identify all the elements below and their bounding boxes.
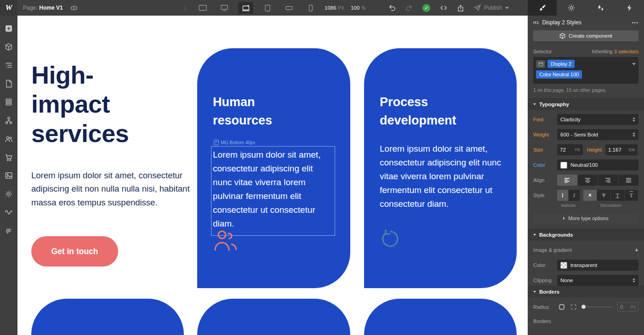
card-title[interactable]: Process development: [380, 93, 472, 129]
canvas-width-field[interactable]: 1086 PX: [325, 5, 344, 11]
tab-interactions-lightning-icon[interactable]: [615, 0, 644, 16]
tab-settings-gear-icon[interactable]: [557, 0, 586, 16]
decoration-underline-button[interactable]: T: [611, 190, 624, 201]
selector-tag-primary[interactable]: Display 2: [547, 60, 575, 68]
decoration-none-button[interactable]: ×: [583, 190, 597, 201]
site-structure-icon[interactable]: [0, 111, 17, 130]
share-icon[interactable]: [457, 5, 464, 11]
margin-indicator-label: P MG Bottom 40px: [214, 140, 335, 145]
kebab-vertical-icon[interactable]: ⋮: [182, 0, 188, 16]
breakpoint-mobile-icon[interactable]: [303, 2, 318, 14]
weight-select[interactable]: 600 - Semi Bold: [557, 129, 638, 140]
hero-paragraph[interactable]: Lorem ipsum dolor sit amet, consectetur …: [31, 169, 192, 210]
teaser-card[interactable]: [31, 299, 184, 335]
webflow-logo[interactable]: W: [0, 0, 17, 16]
hero-heading[interactable]: High-impact services: [31, 61, 169, 148]
selector-tag-secondary[interactable]: Color Neutral 100: [536, 70, 582, 79]
tab-style-brush-icon[interactable]: [528, 0, 557, 16]
overflow-menu-icon[interactable]: •••: [632, 20, 638, 25]
tab-style-manager-drops-icon[interactable]: [586, 0, 615, 16]
more-type-options-button[interactable]: More type options: [533, 213, 638, 223]
italic-off-button[interactable]: I: [557, 190, 568, 201]
selector-label: Selector: [533, 49, 552, 54]
font-label: Font: [533, 117, 557, 122]
align-center-icon[interactable]: [578, 175, 598, 186]
italic-on-button[interactable]: I: [569, 190, 580, 201]
navigator-layers-icon[interactable]: [0, 56, 17, 74]
selector-field[interactable]: Display 2 Color Neutral 100: [533, 57, 638, 84]
redo-icon[interactable]: [405, 5, 413, 11]
breakpoint-desktop-default-icon[interactable]: [238, 2, 253, 14]
project-settings-gear-icon[interactable]: [0, 185, 17, 203]
fonts-panel-icon[interactable]: {F: [0, 221, 17, 240]
section-backgrounds[interactable]: Backgrounds: [528, 229, 644, 240]
cms-collections-icon[interactable]: [0, 93, 17, 111]
italicize-sublabel: Italicize: [557, 203, 580, 208]
size-label: Size: [533, 147, 557, 153]
create-component-button[interactable]: Create component: [533, 30, 638, 41]
radius-slider-knob[interactable]: [581, 305, 586, 309]
people-icon: [214, 229, 238, 251]
saved-status-icon[interactable]: ✓: [422, 4, 430, 12]
breakpoint-mobile-landscape-icon[interactable]: [281, 2, 296, 14]
assets-image-icon[interactable]: [0, 166, 17, 185]
decoration-strikethrough-button[interactable]: T: [597, 190, 610, 201]
inheriting-info[interactable]: Inheriting 3 selectors: [592, 49, 638, 54]
teaser-card[interactable]: [197, 299, 350, 335]
radius-all-corners-icon[interactable]: [557, 302, 566, 312]
element-type-icon: [536, 60, 545, 68]
add-background-icon[interactable]: +: [635, 247, 638, 253]
size-input[interactable]: 72 PX: [557, 144, 583, 155]
left-toolbar: {F: [0, 16, 17, 335]
radius-slider[interactable]: [582, 307, 613, 307]
card-body[interactable]: Lorem ipsum dolor sit amet, consectetur …: [213, 148, 333, 231]
top-toolbar: W Page: Home V1 ⋮: [0, 0, 644, 16]
decoration-group: × T T T: [583, 190, 638, 201]
selected-text-block[interactable]: Lorem ipsum dolor sit amet, consectetur …: [211, 146, 335, 236]
breakpoint-xl-icon[interactable]: [195, 2, 210, 14]
style-label: Style: [533, 193, 557, 198]
ecommerce-cart-icon[interactable]: [0, 148, 17, 166]
page-label: Page:: [23, 5, 37, 11]
clipping-select[interactable]: None: [557, 275, 638, 286]
components-cube-icon[interactable]: [0, 38, 17, 56]
publish-button[interactable]: Publish: [474, 5, 509, 11]
background-color-picker[interactable]: transparent: [557, 260, 638, 271]
breakpoint-large-icon[interactable]: [217, 2, 232, 14]
card-title[interactable]: Human resources: [213, 93, 305, 129]
page-name[interactable]: Home V1: [39, 5, 63, 11]
zoom-field[interactable]: 100 %: [351, 5, 365, 11]
section-typography[interactable]: Typography: [528, 98, 644, 110]
breakpoint-tablet-icon[interactable]: [260, 2, 275, 14]
selector-usage-note: 1 on this page, 15 on other pages.: [533, 87, 638, 93]
align-right-icon[interactable]: [598, 175, 618, 186]
page-switcher[interactable]: Page: Home V1: [23, 5, 63, 11]
line-height-input[interactable]: 1.167 EM: [605, 144, 638, 155]
card-body[interactable]: Lorem ipsum dolor sit amet, consectetur …: [380, 142, 503, 211]
members-users-icon[interactable]: [0, 130, 17, 148]
image-gradient-label: Image & gradient: [533, 247, 635, 253]
preview-eye-icon[interactable]: [70, 6, 78, 11]
teaser-card[interactable]: [364, 299, 517, 335]
publish-caret-icon: [505, 7, 509, 9]
styles-panel-title: Display 2 Styles: [542, 19, 581, 26]
service-card-process-development[interactable]: Process development Lorem ipsum dolor si…: [364, 48, 517, 288]
align-left-icon[interactable]: [557, 175, 577, 186]
logic-wave-icon[interactable]: [0, 203, 17, 221]
align-justify-icon[interactable]: [619, 175, 639, 186]
font-select[interactable]: Clarticity: [557, 114, 638, 125]
service-card-human-resources[interactable]: Human resources P MG Bottom 40px Lorem i…: [197, 48, 350, 288]
undo-icon[interactable]: [388, 5, 396, 11]
decoration-overline-button[interactable]: T: [625, 190, 638, 201]
cta-button[interactable]: Get in touch: [31, 236, 118, 267]
design-canvas[interactable]: High-impact services Lorem ipsum dolor s…: [17, 16, 528, 335]
section-borders[interactable]: Borders: [528, 286, 644, 297]
radius-individual-corners-icon[interactable]: [569, 302, 578, 312]
radius-input[interactable]: 0 PX: [617, 302, 638, 312]
text-color-picker[interactable]: Neutral/100: [557, 159, 638, 170]
selector-dropdown-caret-icon[interactable]: [632, 63, 636, 65]
add-elements-icon[interactable]: [0, 19, 17, 38]
pages-icon[interactable]: [0, 74, 17, 93]
style-panel: H1 Display 2 Styles ••• Create component…: [528, 16, 644, 335]
code-export-icon[interactable]: [440, 5, 447, 11]
